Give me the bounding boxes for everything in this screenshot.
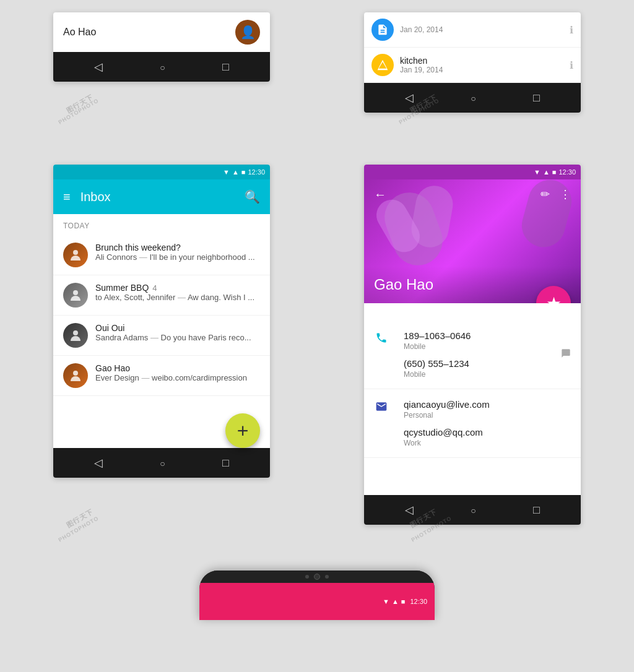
contact-body: 189–1063–0646 Mobile (650) 555–1234 Mobi… <box>364 303 581 495</box>
email-brunch-from: Ali Connors — I'll be in your neighborho… <box>95 252 260 262</box>
contact-email-2: qcystudio@qq.com <box>404 427 571 437</box>
inbox-status-bar: ▼ ▲ ■ 12:30 <box>53 165 270 179</box>
email-list-item-2[interactable]: kitchen Jan 19, 2014 ℹ <box>364 48 581 83</box>
contact-spacer <box>364 458 581 495</box>
contact-more-button[interactable]: ⋮ <box>560 187 571 201</box>
email-item-gao-hao[interactable]: Gao Hao Ever Design — weibo.com/cardimpr… <box>53 356 270 396</box>
contact-email-section[interactable]: qiancaoyu@live.com Personal qcystudio@qq… <box>364 389 581 458</box>
inbox-title: Inbox <box>80 190 235 204</box>
inbox-section-today: Today <box>53 214 270 235</box>
bottom-status-bar: ▼ ▲ ■ 12:30 <box>207 598 427 605</box>
person-avatar-top-left: 👤 <box>235 20 260 45</box>
contact-edit-button[interactable]: ✏ <box>541 187 550 201</box>
email-gao-content: Gao Hao Ever Design — weibo.com/cardimpr… <box>95 363 260 382</box>
contact-phone-number-1: 189–1063–0646 <box>404 330 546 341</box>
recents-nav-icon-2[interactable] <box>533 92 540 105</box>
recents-nav-icon[interactable] <box>222 61 229 74</box>
bottom-status-area: ▼ ▲ ■ 12:30 <box>199 583 435 620</box>
battery-icon: ■ <box>241 168 246 176</box>
top-left-phone: Ao Hao 👤 <box>53 12 270 82</box>
contact-email-label-1: Personal <box>404 411 571 420</box>
inbox-home-icon[interactable] <box>160 457 165 470</box>
email-item-oui[interactable]: Oui Oui Sandra Adams — Do you have Paris… <box>53 316 270 356</box>
contact-back-button[interactable]: ← <box>374 187 531 202</box>
contact-wifi-icon: ▲ <box>543 168 550 176</box>
top-left-nav-bar <box>53 52 270 82</box>
inbox-header: ≡ Inbox 🔍 <box>53 179 270 214</box>
svg-point-1 <box>73 290 78 295</box>
email-item-2-name: kitchen <box>400 56 563 66</box>
contact-phone-number-2: (650) 555–1234 <box>404 358 546 369</box>
info-icon-1[interactable]: ℹ <box>570 24 573 36</box>
contact-status-bar: ▼ ▲ ■ 12:30 <box>364 165 581 179</box>
contact-phone-label-1: Mobile <box>404 342 546 351</box>
avatar-gao-hao <box>63 363 88 388</box>
contact-phone-label-2: Mobile <box>404 370 546 379</box>
contact-recents-nav[interactable] <box>533 504 540 517</box>
email-bbq-content: Summer BBQ 4 to Alex, Scott, Jennifer — … <box>95 283 260 302</box>
top-right-nav-bar <box>364 83 581 113</box>
contact-home-nav[interactable] <box>471 504 476 517</box>
bottom-phone-wrapper: ▼ ▲ ■ 12:30 <box>199 571 435 620</box>
contact-time: 12:30 <box>558 168 576 176</box>
sms-icon[interactable] <box>561 348 571 361</box>
email-item-1-date: Jan 20, 2014 <box>400 25 563 34</box>
signal-icon: ▼ <box>223 168 230 176</box>
svg-point-0 <box>73 250 78 255</box>
email-bbq-to: to Alex, Scott, Jennifer — Aw dang. Wish… <box>95 293 260 302</box>
home-nav-icon[interactable] <box>160 61 165 74</box>
wifi-icon: ▲ <box>232 168 239 176</box>
email-brunch-sender: Brunch this weekend? <box>95 243 260 252</box>
avatar-oui-oui <box>63 323 88 348</box>
contact-header: ← ✏ ⋮ Gao Hao ★ <box>364 179 581 303</box>
inbox-back-icon[interactable] <box>94 456 103 470</box>
email-item-2-content: kitchen Jan 19, 2014 <box>400 56 563 74</box>
contact-email-label-2: Work <box>404 439 571 447</box>
front-camera <box>314 574 320 580</box>
phone-icon <box>374 330 389 344</box>
contact-phone-details-1: 189–1063–0646 Mobile (650) 555–1234 Mobi… <box>404 330 546 379</box>
svg-point-3 <box>73 371 78 376</box>
contact-signal-icon: ▼ <box>534 168 541 176</box>
sensor-dot <box>325 575 329 579</box>
email-item-brunch[interactable]: Brunch this weekend? Ali Connors — I'll … <box>53 235 270 275</box>
bottom-wifi: ▲ <box>392 598 399 605</box>
contact-email-details: qiancaoyu@live.com Personal qcystudio@qq… <box>404 399 571 447</box>
email-list-item-1[interactable]: Jan 20, 2014 ℹ <box>364 12 581 48</box>
back-nav-icon[interactable] <box>94 60 103 74</box>
email-oui-from: Sandra Adams — Do you have Paris reco... <box>95 333 260 342</box>
inbox-recents-icon[interactable] <box>222 457 229 470</box>
contact-phone-1[interactable]: 189–1063–0646 Mobile (650) 555–1234 Mobi… <box>364 321 581 389</box>
top-left-name: Ao Hao <box>63 27 96 38</box>
google-docs-icon <box>371 19 394 41</box>
inbox-email-list: Today Brunch this weekend? Ali Connors <box>53 214 270 431</box>
inbox-phone: ▼ ▲ ■ 12:30 ≡ Inbox 🔍 Today <box>53 165 270 478</box>
email-gao-sender: Gao Hao <box>95 363 260 373</box>
avatar-summer-bbq <box>63 283 88 308</box>
top-right-phone: Jan 20, 2014 ℹ kitchen Jan 19, 2014 ℹ <box>364 12 581 113</box>
email-bbq-sender: Summer BBQ 4 <box>95 283 260 293</box>
home-nav-icon-2[interactable] <box>471 92 476 105</box>
back-nav-icon-2[interactable] <box>405 91 414 105</box>
inbox-time: 12:30 <box>248 168 265 176</box>
email-item-bbq[interactable]: Summer BBQ 4 to Alex, Scott, Jennifer — … <box>53 275 270 316</box>
bottom-time: 12:30 <box>410 598 427 605</box>
svg-point-2 <box>73 330 78 335</box>
email-gao-from: Ever Design — weibo.com/cardimpression <box>95 373 260 382</box>
hamburger-menu-icon[interactable]: ≡ <box>63 190 71 204</box>
compose-fab[interactable]: + <box>225 413 260 448</box>
contact-battery-icon: ■ <box>552 168 557 176</box>
bottom-signal: ▼ <box>383 598 389 605</box>
email-brunch-content: Brunch this weekend? Ali Connors — I'll … <box>95 243 260 262</box>
contact-nav-bar <box>364 495 581 525</box>
info-icon-2[interactable]: ℹ <box>570 59 573 71</box>
inbox-body: Today Brunch this weekend? Ali Connors <box>53 214 270 448</box>
bottom-battery: ■ <box>401 598 406 605</box>
search-icon[interactable]: 🔍 <box>245 189 260 204</box>
google-drive-icon <box>371 54 394 76</box>
phone-top-notch <box>199 571 435 583</box>
avatar-ali-connors <box>63 243 88 267</box>
contact-back-nav[interactable] <box>405 503 414 517</box>
email-icon <box>374 399 389 413</box>
bottom-phone: ▼ ▲ ■ 12:30 <box>199 571 435 620</box>
